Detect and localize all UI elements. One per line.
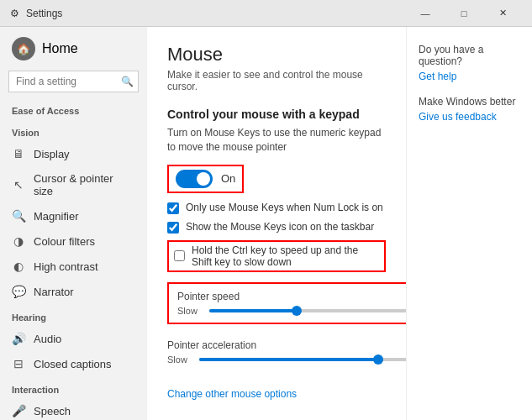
window-title: Settings bbox=[26, 8, 62, 19]
hearing-label: Hearing bbox=[0, 304, 147, 326]
give-feedback-link[interactable]: Give us feedback bbox=[419, 111, 520, 123]
audio-label: Audio bbox=[34, 333, 61, 345]
checkbox-taskbar-row: Show the Mouse Keys icon on the taskbar bbox=[167, 221, 386, 234]
main-content: Mouse Make it easier to see and control … bbox=[147, 27, 406, 420]
audio-icon: 🔊 bbox=[12, 332, 25, 345]
checkbox-ctrl-shift[interactable] bbox=[174, 250, 185, 261]
checkbox-taskbar[interactable] bbox=[167, 222, 179, 234]
page-subtitle: Make it easier to see and control the mo… bbox=[167, 69, 386, 92]
title-bar-left: ⚙ Settings bbox=[10, 8, 62, 19]
pointer-speed-track[interactable] bbox=[209, 309, 406, 312]
pointer-acceleration-row: Slow Fast bbox=[167, 354, 406, 365]
sidebar-search-container: 🔍 bbox=[8, 71, 139, 92]
cursor-label: Cursor & pointer size bbox=[34, 172, 135, 197]
checkbox-numlock-row: Only use Mouse Keys when Num Lock is on bbox=[167, 202, 386, 214]
sidebar-item-audio[interactable]: 🔊 Audio bbox=[0, 326, 147, 351]
magnifier-icon: 🔍 bbox=[12, 209, 25, 223]
colour-filters-icon: ◑ bbox=[12, 234, 25, 248]
section-desc: Turn on Mouse Keys to use the numeric ke… bbox=[167, 126, 386, 155]
pointer-speed-slow-label: Slow bbox=[177, 306, 203, 316]
toggle-knob bbox=[197, 172, 210, 186]
pointer-accel-slow-label: Slow bbox=[167, 354, 192, 365]
minimize-button[interactable]: ― bbox=[406, 0, 445, 27]
pointer-speed-label: Pointer speed bbox=[177, 291, 406, 302]
pointer-acceleration-label: Pointer acceleration bbox=[167, 339, 406, 351]
sidebar-item-speech[interactable]: 🎤 Speech bbox=[0, 398, 147, 420]
change-mouse-options-link[interactable]: Change other mouse options bbox=[167, 388, 297, 400]
checkbox-numlock-label: Only use Mouse Keys when Num Lock is on bbox=[186, 202, 383, 213]
display-label: Display bbox=[34, 148, 70, 160]
section-title: Control your mouse with a keypad bbox=[167, 108, 386, 121]
magnifier-label: Magnifier bbox=[34, 210, 78, 223]
speech-label: Speech bbox=[34, 405, 71, 417]
display-icon: 🖥 bbox=[12, 147, 25, 160]
colour-filters-label: Colour filters bbox=[34, 235, 95, 248]
narrator-icon: 💬 bbox=[12, 285, 25, 298]
sidebar-item-display[interactable]: 🖥 Display bbox=[0, 141, 147, 166]
right-panel: Do you have a question? Get help Make Wi… bbox=[406, 27, 532, 420]
home-icon: 🏠 bbox=[12, 37, 35, 60]
pointer-acceleration-section: Pointer acceleration Slow Fast bbox=[167, 333, 406, 371]
home-label: Home bbox=[42, 41, 78, 56]
page-title: Mouse bbox=[167, 44, 386, 66]
title-bar-controls: ― □ ✕ bbox=[406, 0, 522, 27]
sidebar-item-colour-filters[interactable]: ◑ Colour filters bbox=[0, 228, 147, 254]
get-help-link[interactable]: Get help bbox=[419, 71, 520, 82]
high-contrast-label: High contrast bbox=[34, 260, 98, 273]
pointer-acceleration-fill bbox=[199, 358, 378, 361]
high-contrast-icon: ◐ bbox=[12, 260, 25, 273]
vision-label: Vision bbox=[0, 119, 147, 141]
sidebar: 🏠 Home 🔍 Ease of Access Vision 🖥 Display… bbox=[0, 27, 147, 420]
settings-icon: ⚙ bbox=[10, 8, 19, 19]
sidebar-item-narrator[interactable]: 💬 Narrator bbox=[0, 279, 147, 304]
feedback-title: Make Windows better bbox=[419, 96, 520, 108]
checkbox-taskbar-label: Show the Mouse Keys icon on the taskbar bbox=[186, 221, 374, 233]
pointer-acceleration-thumb bbox=[373, 354, 383, 365]
pointer-acceleration-track[interactable] bbox=[199, 358, 406, 361]
speech-icon: 🎤 bbox=[12, 404, 25, 417]
ease-of-access-label: Ease of Access bbox=[0, 97, 147, 119]
cursor-icon: ↖ bbox=[12, 178, 25, 192]
pointer-speed-thumb bbox=[292, 306, 302, 316]
question-title: Do you have a question? bbox=[419, 44, 520, 67]
toggle-label: On bbox=[221, 172, 235, 185]
app-container: 🏠 Home 🔍 Ease of Access Vision 🖥 Display… bbox=[0, 27, 532, 420]
search-icon: 🔍 bbox=[121, 76, 134, 87]
close-button[interactable]: ✕ bbox=[483, 0, 522, 27]
pointer-speed-section: Pointer speed Slow Fast bbox=[167, 282, 406, 324]
title-bar: ⚙ Settings ― □ ✕ bbox=[0, 0, 532, 27]
sidebar-item-magnifier[interactable]: 🔍 Magnifier bbox=[0, 203, 147, 228]
interaction-label: Interaction bbox=[0, 376, 147, 398]
sidebar-item-captions[interactable]: ⊟ Closed captions bbox=[0, 351, 147, 376]
search-input[interactable] bbox=[8, 71, 139, 92]
pointer-speed-row: Slow Fast bbox=[177, 306, 406, 316]
captions-icon: ⊟ bbox=[12, 357, 25, 370]
checkbox-numlock[interactable] bbox=[167, 202, 179, 214]
sidebar-home[interactable]: 🏠 Home bbox=[0, 27, 147, 66]
captions-label: Closed captions bbox=[34, 358, 112, 370]
sidebar-item-cursor[interactable]: ↖ Cursor & pointer size bbox=[0, 166, 147, 203]
checkbox-ctrl-shift-label: Hold the Ctrl key to speed up and the Sh… bbox=[192, 244, 379, 268]
narrator-label: Narrator bbox=[34, 286, 74, 298]
maximize-button[interactable]: □ bbox=[445, 0, 483, 27]
toggle-row[interactable]: On bbox=[167, 165, 244, 193]
mouse-keys-toggle[interactable] bbox=[176, 170, 213, 188]
checkbox-ctrl-shift-row: Hold the Ctrl key to speed up and the Sh… bbox=[167, 240, 386, 272]
sidebar-item-high-contrast[interactable]: ◐ High contrast bbox=[0, 254, 147, 279]
pointer-speed-fill bbox=[209, 309, 297, 312]
